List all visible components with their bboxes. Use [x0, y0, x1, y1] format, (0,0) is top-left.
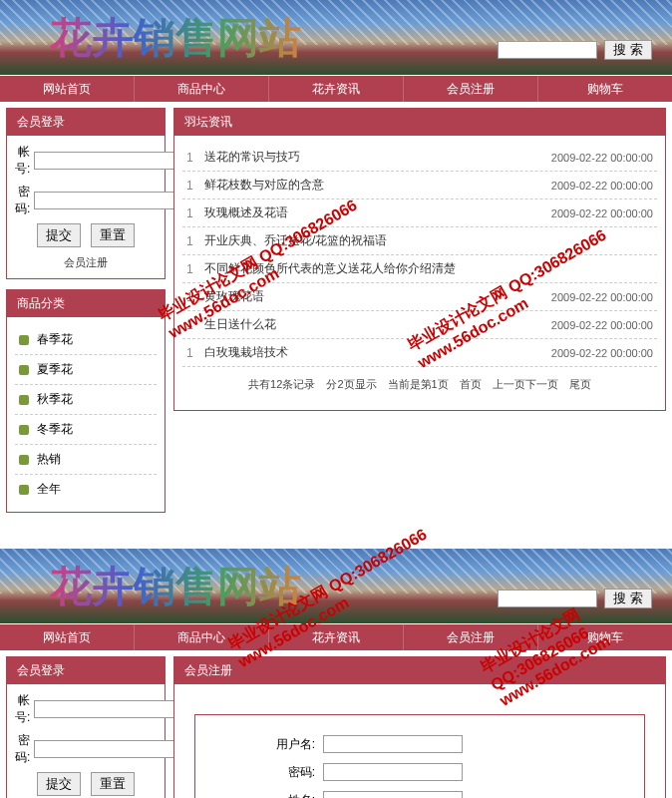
bullet-icon	[19, 365, 29, 375]
category-item[interactable]: 冬季花	[15, 415, 157, 445]
news-list: 1送花的常识与技巧2009-02-22 00:00:00 1鲜花枝数与对应的含意…	[182, 144, 657, 367]
news-item: 1黄玫瑰花语2009-02-22 00:00:00	[182, 283, 657, 311]
page-last[interactable]: 尾页	[569, 378, 591, 390]
name-input[interactable]	[323, 791, 463, 798]
bullet-icon	[19, 455, 29, 465]
page-first[interactable]: 首页	[460, 378, 482, 390]
news-link[interactable]: 生日送什么花	[204, 316, 551, 333]
news-link[interactable]: 黄玫瑰花语	[204, 288, 551, 305]
name-label: 姓名:	[225, 792, 315, 799]
banner: 花卉销售网站 搜 索	[0, 0, 672, 75]
news-header: 羽坛资讯	[174, 109, 665, 136]
login-header: 会员登录	[7, 657, 165, 684]
search-input[interactable]	[498, 41, 597, 59]
main-nav: 网站首页 商品中心 花卉资讯 会员注册 购物车	[0, 624, 672, 650]
news-item: 1玫瑰概述及花语2009-02-22 00:00:00	[182, 200, 657, 227]
password-label: 密码:	[15, 184, 30, 217]
bullet-icon	[19, 425, 29, 435]
main-nav: 网站首页 商品中心 花卉资讯 会员注册 购物车	[0, 76, 672, 102]
nav-register[interactable]: 会员注册	[404, 624, 538, 650]
username-label: 用户名:	[225, 736, 315, 753]
reset-button[interactable]: 重置	[91, 772, 135, 796]
search-box: 搜 索	[498, 40, 652, 60]
search-box: 搜 索	[498, 589, 652, 608]
search-button[interactable]: 搜 索	[604, 589, 652, 608]
news-panel: 羽坛资讯 1送花的常识与技巧2009-02-22 00:00:00 1鲜花枝数与…	[173, 108, 666, 411]
categories-panel: 商品分类 春季花 夏季花 秋季花 冬季花 热销 全年	[6, 289, 166, 513]
submit-button[interactable]: 提交	[37, 772, 81, 796]
nav-cart[interactable]: 购物车	[538, 76, 672, 102]
submit-button[interactable]: 提交	[37, 223, 81, 247]
search-button[interactable]: 搜 索	[604, 40, 652, 60]
news-item: 1送花的常识与技巧2009-02-22 00:00:00	[182, 144, 657, 172]
nav-home[interactable]: 网站首页	[0, 76, 135, 102]
category-item[interactable]: 全年	[15, 475, 157, 504]
nav-products[interactable]: 商品中心	[135, 624, 269, 650]
search-input[interactable]	[498, 590, 597, 607]
category-item[interactable]: 春季花	[15, 325, 157, 355]
account-label: 帐号:	[15, 692, 30, 726]
nav-home[interactable]: 网站首页	[0, 624, 135, 650]
category-item[interactable]: 热销	[15, 445, 157, 475]
nav-cart[interactable]: 购物车	[538, 624, 672, 650]
nav-news[interactable]: 花卉资讯	[269, 76, 404, 102]
password-label: 密码:	[15, 732, 30, 766]
account-label: 帐号:	[15, 144, 30, 178]
news-link[interactable]: 鲜花枝数与对应的含意	[204, 177, 551, 194]
category-item[interactable]: 秋季花	[15, 385, 157, 415]
news-link[interactable]: 玫瑰概述及花语	[204, 204, 551, 221]
register-link[interactable]: 会员注册	[15, 255, 157, 270]
nav-news[interactable]: 花卉资讯	[269, 624, 404, 650]
news-link[interactable]: 开业庆典、乔迁送花/花篮的祝福语	[204, 232, 653, 249]
bullet-icon	[19, 485, 29, 495]
nav-products[interactable]: 商品中心	[135, 76, 269, 102]
nav-register[interactable]: 会员注册	[404, 76, 538, 102]
login-panel: 会员登录 帐号: 密码: 提交 重置 会员注册	[6, 108, 166, 279]
news-item: 1鲜花枝数与对应的含意2009-02-22 00:00:00	[182, 172, 657, 200]
reset-button[interactable]: 重置	[91, 223, 135, 247]
site-title: 花卉销售网站	[50, 10, 301, 66]
news-item: 1开业庆典、乔迁送花/花篮的祝福语	[182, 227, 657, 255]
categories-header: 商品分类	[7, 290, 165, 317]
banner: 花卉销售网站 搜 索	[0, 549, 672, 623]
pagination: 共有12条记录 分2页显示 当前是第1页 首页 上一页下一页 尾页	[182, 367, 657, 402]
news-link[interactable]: 送花的常识与技巧	[204, 149, 551, 166]
page-prevnext[interactable]: 上一页下一页	[493, 378, 558, 390]
register-panel: 会员注册 用户名: 密码: 姓名:	[173, 656, 666, 798]
bullet-icon	[19, 335, 29, 345]
login-panel: 会员登录 帐号: 密码: 提交 重置 会员注册	[6, 656, 166, 798]
reg-password-label: 密码:	[225, 764, 315, 781]
bullet-icon	[19, 395, 29, 405]
username-input[interactable]	[323, 735, 463, 753]
login-header: 会员登录	[7, 109, 165, 136]
news-link[interactable]: 不同鲜花颜色所代表的意义送花人给你介绍清楚	[204, 260, 653, 277]
category-item[interactable]: 夏季花	[15, 355, 157, 385]
register-header: 会员注册	[174, 657, 665, 684]
reg-password-input[interactable]	[323, 763, 463, 781]
news-item: 1不同鲜花颜色所代表的意义送花人给你介绍清楚	[182, 255, 657, 283]
site-title: 花卉销售网站	[50, 559, 301, 614]
news-item: 1生日送什么花2009-02-22 00:00:00	[182, 311, 657, 339]
news-item: 1白玫瑰栽培技术2009-02-22 00:00:00	[182, 339, 657, 367]
news-link[interactable]: 白玫瑰栽培技术	[204, 344, 551, 361]
